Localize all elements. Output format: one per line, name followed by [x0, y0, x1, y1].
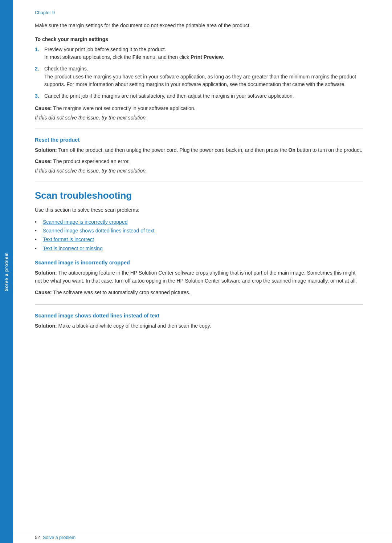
bullet-dot-1: •: [35, 218, 41, 226]
step-1-num: 1.: [35, 46, 43, 54]
step-1: 1. Preview your print job before sending…: [35, 46, 363, 61]
reset-cause-text: The product experienced an error.: [53, 158, 130, 164]
reset-solution-label: Solution:: [35, 147, 57, 153]
margin-settings-heading: To check your margin settings: [35, 36, 363, 42]
step-3: 3. Cancel the print job if the margins a…: [35, 92, 363, 100]
step-2: 2. Check the margins. The product uses t…: [35, 65, 363, 89]
cropped-section-heading[interactable]: Scanned image is incorrectly cropped: [35, 260, 363, 266]
divider-3: [35, 304, 363, 305]
footer: 52 Solve a problem: [13, 532, 392, 543]
margin-next-solution: If this did not solve the issue, try the…: [35, 115, 363, 121]
margin-cause-label: Cause:: [35, 105, 52, 111]
intro-paragraph: Make sure the margin settings for the do…: [35, 22, 363, 30]
footer-section-label: Solve a problem: [43, 535, 75, 540]
dotted-solution-text: Make a black-and-white copy of the origi…: [58, 323, 211, 329]
cropped-cause-text: The software was set to automatically cr…: [53, 289, 190, 295]
step-3-num: 3.: [35, 92, 43, 100]
scan-link-3[interactable]: Text format is incorrect: [43, 235, 94, 243]
sidebar-label: Solve a problem: [4, 252, 9, 291]
step-1-text: Preview your print job before sending it…: [44, 46, 363, 61]
cropped-solution-label: Solution:: [35, 270, 57, 276]
step-2-text: Check the margins. The product uses the …: [44, 65, 363, 89]
scan-link-item-3: • Text format is incorrect: [35, 235, 363, 243]
sidebar: Solve a problem: [0, 0, 13, 543]
cropped-cause-label: Cause:: [35, 289, 52, 295]
bullet-dot-4: •: [35, 244, 41, 252]
margin-cause: Cause: The margins were not set correctl…: [35, 105, 363, 113]
cropped-solution: Solution: The autocropping feature in th…: [35, 269, 363, 285]
step-1-sub: In most software applications, click the…: [44, 54, 224, 60]
reset-solution-text: Turn off the product, and then unplug th…: [58, 147, 362, 153]
cropped-cause: Cause: The software was set to automatic…: [35, 289, 363, 297]
main-content: Chapter 9 Make sure the margin settings …: [13, 0, 392, 543]
scan-intro: Use this section to solve these scan pro…: [35, 206, 363, 214]
scan-link-item-2: • Scanned image shows dotted lines inste…: [35, 227, 363, 235]
step-3-main: Cancel the print job if the margins are …: [44, 93, 294, 99]
margin-steps-list: 1. Preview your print job before sending…: [35, 46, 363, 100]
bullet-dot-2: •: [35, 227, 41, 235]
scan-link-item-1: • Scanned image is incorrectly cropped: [35, 218, 363, 226]
dotted-lines-section-heading[interactable]: Scanned image shows dotted lines instead…: [35, 313, 363, 319]
scan-links-list: • Scanned image is incorrectly cropped •…: [35, 218, 363, 253]
chapter-label: Chapter 9: [35, 10, 363, 15]
scan-link-item-4: • Text is incorrect or missing: [35, 244, 363, 252]
dotted-solution-label: Solution:: [35, 323, 57, 329]
margin-cause-text: The margins were not set correctly in yo…: [53, 105, 195, 111]
reset-cause: Cause: The product experienced an error.: [35, 158, 363, 166]
step-2-num: 2.: [35, 65, 43, 73]
step-3-text: Cancel the print job if the margins are …: [44, 92, 363, 100]
reset-solution: Solution: Turn off the product, and then…: [35, 146, 363, 154]
reset-product-heading[interactable]: Reset the product: [35, 137, 363, 143]
scan-link-4[interactable]: Text is incorrect or missing: [43, 244, 103, 252]
step-2-sub: The product uses the margins you have se…: [44, 74, 356, 88]
scan-troubleshooting-heading: Scan troubleshooting: [35, 190, 363, 201]
dotted-solution: Solution: Make a black-and-white copy of…: [35, 322, 363, 330]
reset-next-solution: If this did not solve the issue, try the…: [35, 168, 363, 174]
bullet-dot-3: •: [35, 235, 41, 243]
divider-1: [35, 129, 363, 129]
footer-page-num: 52: [35, 535, 40, 540]
cropped-solution-text: The autocropping feature in the HP Solut…: [35, 270, 357, 284]
scan-link-2[interactable]: Scanned image shows dotted lines instead…: [43, 227, 154, 235]
divider-2: [35, 182, 363, 182]
reset-cause-label: Cause:: [35, 158, 52, 164]
step-1-main: Preview your print job before sending it…: [44, 46, 166, 52]
step-2-main: Check the margins.: [44, 66, 88, 72]
scan-link-1[interactable]: Scanned image is incorrectly cropped: [43, 218, 127, 226]
